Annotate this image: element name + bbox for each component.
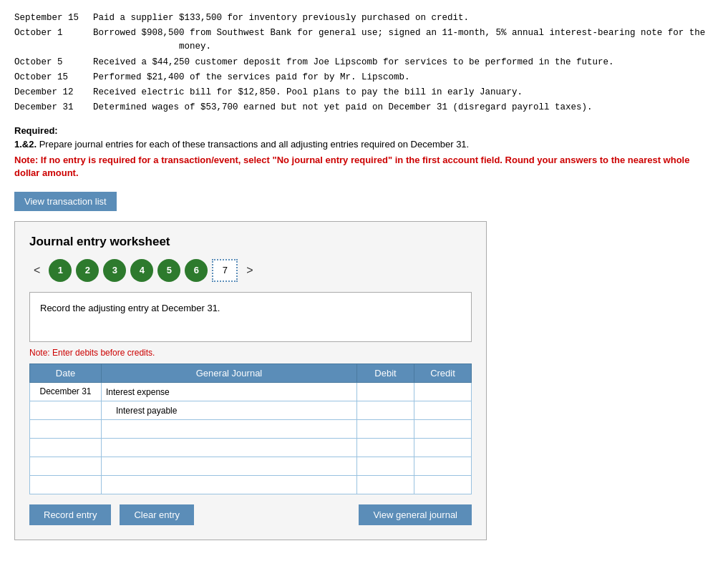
row-date <box>30 475 102 494</box>
account-input[interactable] <box>106 443 352 453</box>
table-row <box>30 475 472 494</box>
view-transaction-button[interactable]: View transaction list <box>14 192 117 211</box>
transaction-row: October 1 Borrowed $908,500 from Southwe… <box>14 26 714 54</box>
debit-input[interactable] <box>361 406 409 416</box>
col-header-date: Date <box>30 363 102 382</box>
row-account[interactable] <box>102 382 357 401</box>
col-header-general-journal: General Journal <box>102 363 357 382</box>
transaction-date: September 15 <box>14 11 93 25</box>
debit-input[interactable] <box>361 480 409 490</box>
row-account[interactable] <box>102 438 357 457</box>
tab-3[interactable]: 3 <box>103 259 126 282</box>
row-credit[interactable] <box>414 457 472 475</box>
record-entry-button[interactable]: Record entry <box>29 504 111 525</box>
transactions-section: September 15 Paid a supplier $133,500 fo… <box>14 11 714 114</box>
row-date: December 31 <box>30 382 102 401</box>
next-tab-button[interactable]: > <box>242 263 257 278</box>
row-debit[interactable] <box>357 419 414 438</box>
row-account[interactable] <box>102 419 357 438</box>
account-input[interactable] <box>106 424 352 434</box>
debit-input[interactable] <box>361 443 409 453</box>
instruction-box: Record the adjusting entry at December 3… <box>29 292 472 342</box>
transaction-row: December 12 Received electric bill for $… <box>14 86 714 99</box>
row-date <box>30 457 102 475</box>
transaction-date: October 5 <box>14 56 93 69</box>
tab-6[interactable]: 6 <box>185 259 208 282</box>
debit-input[interactable] <box>361 462 409 472</box>
buttons-row: Record entry Clear entry View general jo… <box>29 504 472 525</box>
credit-input[interactable] <box>419 480 467 490</box>
row-account[interactable] <box>102 401 357 419</box>
transaction-text: Borrowed $908,500 from Southwest Bank fo… <box>93 26 714 54</box>
transaction-row: October 15 Performed $21,400 of the serv… <box>14 71 714 84</box>
table-row: December 31 <box>30 382 472 401</box>
tab-5[interactable]: 5 <box>157 259 180 282</box>
row-debit[interactable] <box>357 382 414 401</box>
worksheet-container: Journal entry worksheet < 1 2 3 4 5 6 7 … <box>14 221 487 540</box>
worksheet-title: Journal entry worksheet <box>29 235 472 249</box>
credit-input[interactable] <box>419 387 467 397</box>
row-credit[interactable] <box>414 419 472 438</box>
instruction-text: Record the adjusting entry at December 3… <box>40 303 220 313</box>
tab-4[interactable]: 4 <box>130 259 153 282</box>
row-credit[interactable] <box>414 382 472 401</box>
transaction-text: Received electric bill for $12,850. Pool… <box>93 86 714 99</box>
debit-input[interactable] <box>361 424 409 434</box>
table-row <box>30 438 472 457</box>
required-title: Required: <box>14 125 714 136</box>
row-account[interactable] <box>102 475 357 494</box>
row-debit[interactable] <box>357 438 414 457</box>
row-date <box>30 419 102 438</box>
journal-table: Date General Journal Debit Credit Decemb… <box>29 363 472 494</box>
table-row <box>30 401 472 419</box>
credit-input[interactable] <box>419 443 467 453</box>
row-date <box>30 438 102 457</box>
row-credit[interactable] <box>414 438 472 457</box>
table-row <box>30 419 472 438</box>
required-section: Required: 1.&2. Prepare journal entries … <box>14 125 714 180</box>
transaction-text: Received a $44,250 customer deposit from… <box>93 56 714 69</box>
tab-2[interactable]: 2 <box>76 259 99 282</box>
account-input[interactable] <box>106 462 352 472</box>
debit-input[interactable] <box>361 387 409 397</box>
transaction-row: December 31 Determined wages of $53,700 … <box>14 101 714 114</box>
transaction-date: October 15 <box>14 71 93 84</box>
required-note-red: Note: If no entry is required for a tran… <box>14 154 714 180</box>
row-credit[interactable] <box>414 475 472 494</box>
account-input[interactable] <box>106 387 352 397</box>
transaction-date: December 31 <box>14 101 93 114</box>
required-instruction: 1.&2. Prepare journal entries for each o… <box>14 139 714 150</box>
row-debit[interactable] <box>357 401 414 419</box>
transaction-row: September 15 Paid a supplier $133,500 fo… <box>14 11 714 25</box>
credit-input[interactable] <box>419 406 467 416</box>
account-input[interactable] <box>106 480 352 490</box>
transaction-date: October 1 <box>14 26 93 54</box>
credit-input[interactable] <box>419 462 467 472</box>
tab-7-active[interactable]: 7 <box>212 259 238 282</box>
transaction-date: December 12 <box>14 86 93 99</box>
col-header-credit: Credit <box>414 363 472 382</box>
table-row <box>30 457 472 475</box>
tabs-row: < 1 2 3 4 5 6 7 > <box>29 259 472 282</box>
transaction-text: Determined wages of $53,700 earned but n… <box>93 101 714 114</box>
row-debit[interactable] <box>357 475 414 494</box>
account-input[interactable] <box>116 406 352 416</box>
prev-tab-button[interactable]: < <box>29 263 44 278</box>
row-debit[interactable] <box>357 457 414 475</box>
view-general-journal-button[interactable]: View general journal <box>359 504 472 525</box>
transaction-text: Performed $21,400 of the services paid f… <box>93 71 714 84</box>
col-header-debit: Debit <box>357 363 414 382</box>
row-account[interactable] <box>102 457 357 475</box>
transaction-row: October 5 Received a $44,250 customer de… <box>14 56 714 69</box>
clear-entry-button[interactable]: Clear entry <box>120 504 194 525</box>
transaction-text: Paid a supplier $133,500 for inventory p… <box>93 11 714 25</box>
row-credit[interactable] <box>414 401 472 419</box>
tab-1[interactable]: 1 <box>49 259 72 282</box>
credit-input[interactable] <box>419 424 467 434</box>
row-date <box>30 401 102 419</box>
note-debits: Note: Enter debits before credits. <box>29 348 472 358</box>
